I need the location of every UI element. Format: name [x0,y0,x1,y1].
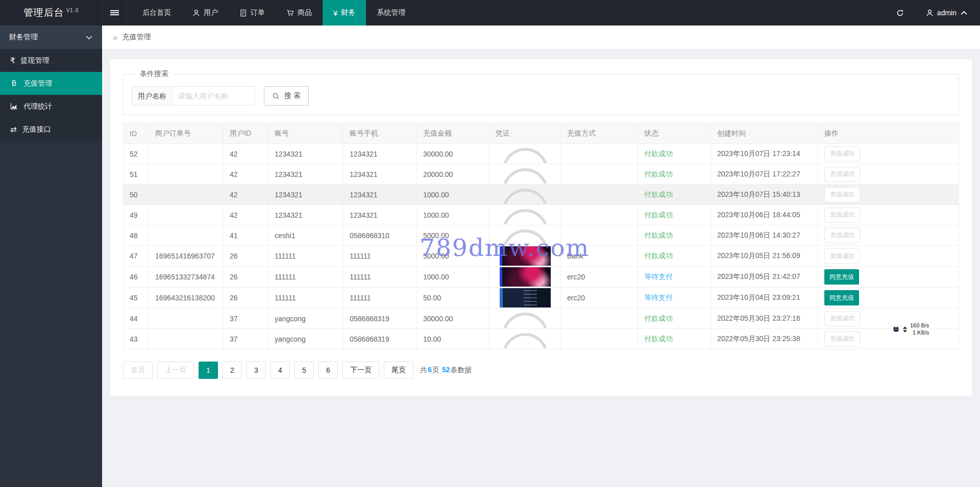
cell-phone: 111111 [344,288,417,309]
cell-id: 49 [124,205,149,225]
pagination-prev: 上一页 [157,362,194,379]
cell-order-no [149,329,224,349]
nav-item-label: 用户 [204,8,218,17]
search-button[interactable]: 搜 索 [264,86,309,106]
user-icon [192,9,200,17]
total-records: 52 [442,366,451,374]
column-header: 状态 [638,123,711,144]
recharge-done-button: 充值成功 [824,208,860,223]
cell-account: 1234321 [268,185,344,205]
cell-order-no [149,225,224,246]
sidebar-item-label: 充值管理 [23,79,52,88]
status-badge: 付款成功 [644,251,673,260]
nav-item-user[interactable]: 用户 [182,0,229,25]
cell-amount: 30000.00 [417,309,489,329]
cell-amount: 30000.00 [417,144,489,164]
voucher-image[interactable] [500,246,551,266]
cell-account: yangcong [268,309,344,329]
cell-phone: 1234321 [344,205,417,225]
cell-method [561,144,638,164]
nav-item-label: 后台首页 [142,8,171,17]
table-row: 52421234321123432130000.00付款成功2023年10月07… [124,144,959,164]
sidebar-item-recharge[interactable]: 充值管理 [0,72,102,95]
pagination-page-1: 1 [199,362,218,379]
column-header: ID [124,123,149,144]
up-down-arrows-icon [903,326,907,332]
pagination-page-4[interactable]: 4 [271,362,290,379]
pagination-page-3[interactable]: 3 [247,362,266,379]
cell-id: 51 [124,164,149,185]
column-header: 商户订单号 [149,123,224,144]
sidebar-item-withdraw[interactable]: ₹提现管理 [0,49,102,72]
cell-created: 2023年10月06日 14:30:27 [711,225,818,246]
nav-item-finance[interactable]: ¥财务 [323,0,366,25]
pagination-page-6[interactable]: 6 [318,362,338,379]
sidebar-group-label: 财务管理 [9,33,38,42]
cell-user-id: 41 [224,225,268,246]
recharge-done-button: 充值成功 [824,248,860,264]
cell-order-no: 169651416963707 [149,246,224,267]
cell-user-id: 26 [224,246,268,267]
network-monitor-widget: 160 B/s 1 KB/s [892,322,929,337]
pagination-info: 共6页 52条数据 [420,366,472,375]
cell-action: 充值成功 [818,144,959,164]
recharge-done-button: 充值成功 [824,167,860,182]
refresh-button[interactable] [887,0,914,25]
username-input-group: 用户名称 [131,86,255,106]
pagination-page-2[interactable]: 2 [223,362,242,379]
pagination: 首页 上一页 123456 下一页 尾页 共6页 52条数据 [123,362,959,379]
column-header: 充值金额 [417,123,489,144]
approve-recharge-button[interactable]: 同意充值 [824,269,859,285]
chevron-down-icon [85,34,93,41]
cell-status: 付款成功 [638,144,711,164]
cell-status: 付款成功 [638,205,711,225]
cell-voucher [489,205,561,225]
broken-image-placeholder [501,187,550,204]
voucher-image[interactable] [500,288,551,307]
cell-amount: 1000.00 [417,185,489,205]
username: admin [937,9,957,17]
user-menu[interactable]: admin [914,9,980,17]
cell-order-no [149,309,224,329]
search-button-label: 搜 索 [284,91,301,100]
cell-user-id: 37 [224,309,268,329]
broken-image-placeholder [501,227,550,245]
username-input[interactable] [173,86,255,106]
nav-item-goods[interactable]: 商品 [276,0,323,25]
nav-item-home[interactable]: 后台首页 [132,0,182,25]
cell-action: 充值成功 [818,205,959,225]
cell-method: Bank [561,246,638,267]
search-icon [272,92,280,100]
cell-user-id: 42 [224,144,268,164]
nav-item-system[interactable]: 系统管理 [366,0,416,25]
search-fieldset: 条件搜索 用户名称 搜 索 [123,69,959,115]
status-badge: 付款成功 [644,335,673,343]
order-icon [239,9,247,17]
column-header: 创建时间 [711,123,818,144]
cell-phone: 1234321 [344,185,417,205]
cell-phone: 0586868310 [344,225,417,246]
pagination-last[interactable]: 尾页 [384,362,413,379]
sidebar-toggle-button[interactable] [102,0,127,25]
table-body: 52421234321123432130000.00付款成功2023年10月07… [124,144,959,349]
cell-action: 充值成功 [818,246,959,267]
recharge-table: ID商户订单号用户ID账号账号手机充值金额凭证充值方式状态创建时间操作 5242… [123,123,959,349]
cell-voucher [489,309,561,329]
cell-id: 50 [124,185,149,205]
rupee-icon: ₹ [10,57,15,64]
sidebar-item-agent-stats[interactable]: 代理统计 [0,95,102,118]
sidebar-item-label: 充值接口 [22,125,51,134]
cell-method: erc20 [561,288,638,309]
pagination-page-5[interactable]: 5 [295,362,314,379]
approve-recharge-button[interactable]: 同意充值 [824,290,859,305]
app-logo: 管理后台 V1.0 [0,0,102,25]
recharge-done-button: 充值成功 [824,311,860,326]
sidebar-group-finance[interactable]: 财务管理 [0,25,102,49]
cell-account: 1234321 [268,205,344,225]
cell-method [561,225,638,246]
sidebar-item-recharge-api[interactable]: ⇄充值接口 [0,118,102,141]
table-row: 47169651416963707261111111111115000.00Ba… [124,246,959,267]
nav-item-order[interactable]: 订单 [229,0,276,25]
pagination-next[interactable]: 下一页 [342,362,379,379]
voucher-image[interactable] [500,267,551,287]
